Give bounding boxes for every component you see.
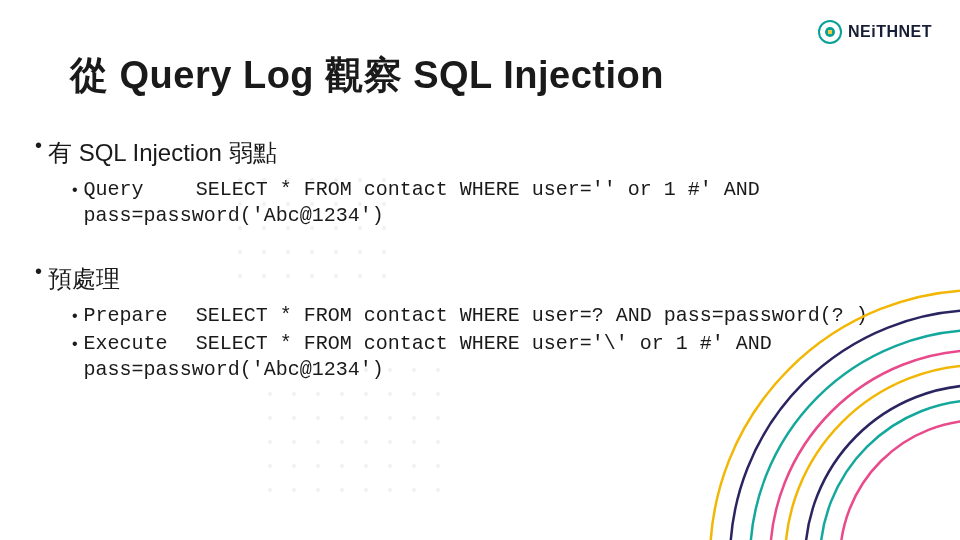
svg-point-5 — [805, 385, 960, 540]
svg-point-87 — [292, 488, 296, 492]
slide-title: 從 Query Log 觀察 SQL Injection — [70, 50, 910, 101]
svg-point-65 — [340, 416, 344, 420]
section-1-item-0: • Query SELECT * FROM contact WHERE user… — [72, 177, 910, 229]
bullet-icon: • — [72, 331, 78, 357]
svg-point-83 — [388, 464, 392, 468]
svg-point-92 — [412, 488, 416, 492]
svg-point-75 — [388, 440, 392, 444]
svg-point-74 — [364, 440, 368, 444]
svg-point-69 — [436, 416, 440, 420]
svg-point-66 — [364, 416, 368, 420]
log-type-label: Execute — [84, 331, 184, 357]
svg-point-88 — [316, 488, 320, 492]
svg-point-70 — [268, 440, 272, 444]
svg-point-85 — [436, 464, 440, 468]
decorative-arcs-icon — [680, 260, 960, 540]
code-line: Execute SELECT * FROM contact WHERE user… — [84, 331, 910, 383]
logo-icon — [818, 20, 842, 44]
svg-point-58 — [364, 392, 368, 396]
svg-point-81 — [340, 464, 344, 468]
svg-point-76 — [412, 440, 416, 444]
svg-point-80 — [316, 464, 320, 468]
section-1-heading: 有 SQL Injection 弱點 — [48, 137, 277, 169]
log-type-label: Query — [84, 177, 184, 203]
svg-point-91 — [388, 488, 392, 492]
svg-point-89 — [340, 488, 344, 492]
bullet-icon: • — [35, 255, 42, 287]
section-1: • 有 SQL Injection 弱點 — [35, 129, 910, 175]
bullet-icon: • — [72, 303, 78, 329]
brand-logo: NEiTHNET — [818, 20, 932, 44]
svg-point-79 — [292, 464, 296, 468]
svg-point-71 — [292, 440, 296, 444]
svg-point-62 — [268, 416, 272, 420]
svg-point-93 — [436, 488, 440, 492]
sql-code: SELECT * FROM contact WHERE user='\' or … — [84, 332, 772, 381]
code-line: Query SELECT * FROM contact WHERE user='… — [84, 177, 910, 229]
svg-point-82 — [364, 464, 368, 468]
svg-point-59 — [388, 392, 392, 396]
section-2-item-0: • Prepare SELECT * FROM contact WHERE us… — [72, 303, 910, 329]
svg-point-64 — [316, 416, 320, 420]
svg-point-68 — [412, 416, 416, 420]
slide: NEiTHNET 從 Query Log 觀察 SQL Injection • … — [0, 0, 960, 540]
svg-point-67 — [388, 416, 392, 420]
svg-point-10 — [0, 0, 30, 30]
bullet-icon: • — [35, 129, 42, 161]
code-line: Prepare SELECT * FROM contact WHERE user… — [84, 303, 910, 329]
svg-point-63 — [292, 416, 296, 420]
sql-code: SELECT * FROM contact WHERE user=? AND p… — [196, 304, 868, 327]
svg-point-90 — [364, 488, 368, 492]
svg-point-9 — [0, 0, 50, 50]
svg-point-73 — [340, 440, 344, 444]
svg-point-55 — [292, 392, 296, 396]
svg-point-77 — [436, 440, 440, 444]
svg-point-84 — [412, 464, 416, 468]
svg-point-61 — [436, 392, 440, 396]
sql-code: SELECT * FROM contact WHERE user='' or 1… — [84, 178, 760, 227]
brand-name: NEiTHNET — [848, 23, 932, 41]
svg-point-56 — [316, 392, 320, 396]
svg-point-6 — [820, 400, 960, 540]
svg-point-7 — [840, 420, 960, 540]
section-2-heading: 預處理 — [48, 263, 120, 295]
svg-point-8 — [0, 0, 70, 70]
bullet-icon: • — [72, 177, 78, 203]
svg-point-72 — [316, 440, 320, 444]
svg-point-4 — [785, 365, 960, 540]
log-type-label: Prepare — [84, 303, 184, 329]
svg-point-86 — [268, 488, 272, 492]
svg-point-60 — [412, 392, 416, 396]
svg-point-78 — [268, 464, 272, 468]
svg-point-57 — [340, 392, 344, 396]
section-2-item-1: • Execute SELECT * FROM contact WHERE us… — [72, 331, 910, 383]
section-2: • 預處理 — [35, 255, 910, 301]
svg-point-54 — [268, 392, 272, 396]
